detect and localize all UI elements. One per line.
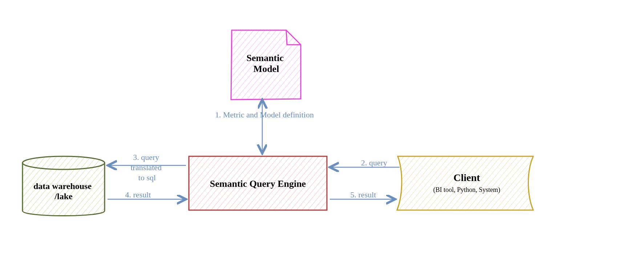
edge-query-to-sql: 3. query translated to sql <box>108 153 186 182</box>
edge5-label: 5. result <box>351 190 376 199</box>
client-sublabel: (BI tool, Python, System) <box>433 186 501 194</box>
edge-result-to-client: 5. result <box>330 190 395 199</box>
dw-label-line2: /lake <box>54 192 73 201</box>
edge-result-from-dw: 4. result <box>108 190 186 199</box>
edge-query-from-client: 2. query <box>330 158 400 167</box>
engine-label: Semantic Query Engine <box>210 178 306 189</box>
dw-label-line1: data warehouse <box>33 181 92 191</box>
node-client: Client (BI tool, Python, System) <box>397 156 533 210</box>
node-data-warehouse: data warehouse /lake <box>23 156 105 216</box>
architecture-diagram: Semantic Model Semantic Query Engine dat… <box>0 0 644 277</box>
edge-metric-definition: 1. Metric and Model definition <box>215 100 314 153</box>
edge4-label: 4. result <box>125 190 151 199</box>
semantic-model-label-line2: Model <box>254 64 279 74</box>
semantic-model-label-line1: Semantic <box>246 53 284 63</box>
edge1-label: 1. Metric and Model definition <box>215 110 314 119</box>
edge3-l1: translated <box>130 163 162 172</box>
edge2-label: 2. query <box>361 158 387 167</box>
edge3-l0: 3. query <box>133 153 159 162</box>
svg-text:3. query
    translated
    to: 3. query translated to sql <box>130 153 163 182</box>
node-semantic-model: Semantic Model <box>231 30 301 100</box>
client-label: Client <box>453 172 480 183</box>
edge3-l2: to sql <box>138 173 156 182</box>
node-semantic-query-engine: Semantic Query Engine <box>189 156 327 210</box>
